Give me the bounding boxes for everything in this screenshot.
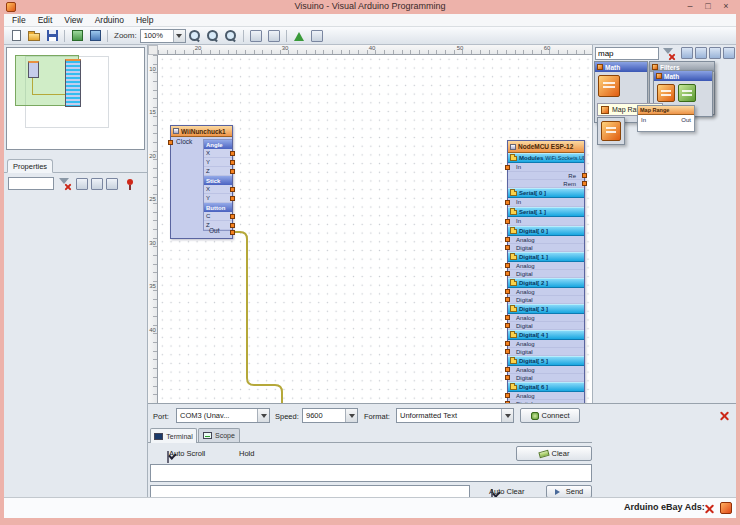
clear-button[interactable]: Clear	[516, 446, 592, 461]
map-range-icon-window[interactable]	[597, 117, 625, 145]
menu-edit[interactable]: Edit	[32, 15, 59, 25]
analog-pin[interactable]	[505, 263, 510, 268]
zoom-dropdown-button[interactable]	[173, 30, 185, 42]
analog-pin[interactable]	[505, 367, 510, 372]
port-dropdown-button[interactable]	[257, 409, 269, 422]
angle-z-pin[interactable]	[230, 169, 235, 174]
format-select[interactable]: Unformatted Text	[396, 408, 514, 423]
board-button[interactable]	[86, 28, 104, 44]
tab-properties[interactable]: Properties	[7, 159, 53, 173]
new-button[interactable]	[7, 28, 25, 44]
serial1-in-pin[interactable]	[505, 219, 510, 224]
minimize-button[interactable]: –	[681, 0, 699, 13]
connect-button[interactable]: Connect	[520, 408, 580, 423]
palette-view-icon[interactable]	[681, 47, 693, 59]
ebay-ad-icon[interactable]	[720, 502, 732, 514]
analog-pin[interactable]	[505, 237, 510, 242]
wiinunchuck-component[interactable]: WiiNunchuck1 Clock Angle X Y Z Stick X Y…	[170, 125, 233, 239]
clock-pin[interactable]	[168, 140, 173, 145]
zoom-fit-button[interactable]	[222, 28, 240, 44]
speed-dropdown-button[interactable]	[345, 409, 357, 422]
analog-pin[interactable]	[505, 289, 510, 294]
open-button[interactable]	[25, 28, 43, 44]
digital-pin[interactable]	[505, 297, 510, 302]
palette-tree-icon[interactable]	[709, 47, 721, 59]
digital6-section[interactable]: Digital[ 6 ]	[508, 382, 584, 392]
angle-x-pin[interactable]	[230, 151, 235, 156]
zoom-in-button[interactable]	[186, 28, 204, 44]
palette-list-icon[interactable]	[695, 47, 707, 59]
title-bar[interactable]: Visuino - Visual Arduino Programming – □…	[0, 0, 740, 14]
menu-view[interactable]: View	[58, 15, 88, 25]
button-c-pin[interactable]	[230, 214, 235, 219]
math-component-icon[interactable]	[598, 75, 620, 97]
digital0-section[interactable]: Digital[ 0 ]	[508, 226, 584, 236]
digital5-section[interactable]: Digital[ 5 ]	[508, 356, 584, 366]
serial0-section[interactable]: Serial[ 0 ]	[508, 188, 584, 198]
nodemcu-header[interactable]: NodeMCU ESP-12	[508, 141, 584, 153]
math-window-titlebar[interactable]: Math	[595, 62, 647, 72]
tab-terminal[interactable]: Terminal	[150, 428, 197, 443]
tab-scope[interactable]: Scope	[198, 428, 240, 442]
digital2-section[interactable]: Digital[ 2 ]	[508, 278, 584, 288]
settings-button[interactable]	[308, 28, 326, 44]
component-search-input[interactable]	[595, 47, 659, 60]
math-component-icon[interactable]	[678, 84, 696, 102]
properties-filter-input[interactable]	[8, 177, 54, 190]
angle-y-pin[interactable]	[230, 160, 235, 165]
digital-pin[interactable]	[505, 349, 510, 354]
menu-help[interactable]: Help	[130, 15, 159, 25]
menu-arduino[interactable]: Arduino	[89, 15, 130, 25]
close-button[interactable]: ×	[717, 0, 735, 13]
button-z-pin[interactable]	[230, 223, 235, 228]
category-view-icon[interactable]	[76, 178, 88, 190]
overview-minimap[interactable]	[6, 47, 145, 150]
remote-pin[interactable]	[582, 181, 587, 186]
serial1-section[interactable]: Serial[ 1 ]	[508, 207, 584, 217]
digital-pin[interactable]	[505, 245, 510, 250]
format-dropdown-button[interactable]	[501, 409, 513, 422]
pin-panel-icon[interactable]	[124, 178, 136, 190]
close-ads-icon[interactable]	[704, 503, 715, 514]
expand-all-icon[interactable]	[106, 178, 118, 190]
digital-pin[interactable]	[505, 323, 510, 328]
serial0-in-pin[interactable]	[505, 200, 510, 205]
grid-toggle-button[interactable]	[247, 28, 265, 44]
save-button[interactable]	[43, 28, 61, 44]
palette-tabs-icon[interactable]	[723, 47, 735, 59]
modules-section[interactable]: Modules WiFi.Sockets.UD	[508, 153, 584, 163]
design-canvas[interactable]: WiiNunchuck1 Clock Angle X Y Z Stick X Y…	[158, 55, 592, 403]
out-pin[interactable]	[230, 230, 235, 235]
terminal-output[interactable]	[150, 464, 592, 482]
close-panel-icon[interactable]	[719, 410, 730, 421]
analog-pin[interactable]	[505, 315, 510, 320]
stick-y-pin[interactable]	[230, 196, 235, 201]
zoom-select[interactable]: 100%	[140, 29, 186, 43]
in-pin[interactable]	[505, 165, 510, 170]
remote-pin[interactable]	[582, 173, 587, 178]
maximize-button[interactable]: □	[699, 0, 717, 13]
snap-toggle-button[interactable]	[265, 28, 283, 44]
digital-pin[interactable]	[505, 271, 510, 276]
stick-x-pin[interactable]	[230, 187, 235, 192]
math2-window-titlebar[interactable]: Math	[654, 71, 712, 81]
nodemcu-component[interactable]: NodeMCU ESP-12 Modules WiFi.Sockets.UD I…	[507, 140, 585, 403]
compile-button[interactable]	[290, 28, 308, 44]
alphabetical-view-icon[interactable]	[91, 178, 103, 190]
map-range-component-icon[interactable]	[601, 121, 621, 141]
analog-pin[interactable]	[505, 341, 510, 346]
components-button[interactable]	[68, 28, 86, 44]
wiinunchuck-header[interactable]: WiiNunchuck1	[171, 126, 232, 137]
properties-filter-icon[interactable]	[58, 177, 71, 190]
math-component-icon[interactable]	[657, 84, 675, 102]
digital4-section[interactable]: Digital[ 4 ]	[508, 330, 584, 340]
digital-pin[interactable]	[505, 375, 510, 380]
clear-search-filter-icon[interactable]	[662, 47, 675, 60]
zoom-out-button[interactable]	[204, 28, 222, 44]
digital3-section[interactable]: Digital[ 3 ]	[508, 304, 584, 314]
port-select[interactable]: COM3 (Unav...	[176, 408, 270, 423]
analog-pin[interactable]	[505, 393, 510, 398]
digital1-section[interactable]: Digital[ 1 ]	[508, 252, 584, 262]
speed-select[interactable]: 9600	[302, 408, 358, 423]
menu-file[interactable]: File	[6, 15, 32, 25]
